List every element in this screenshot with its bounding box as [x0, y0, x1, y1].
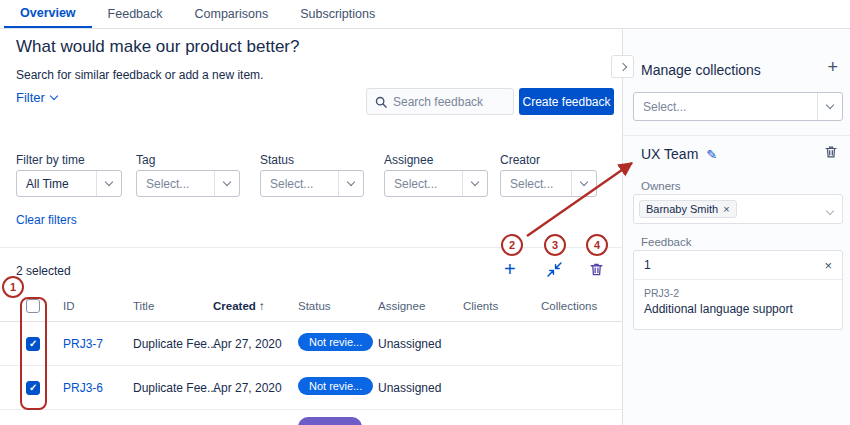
- remove-owner-icon[interactable]: ×: [723, 203, 729, 215]
- row-title: Duplicate Fee...: [133, 337, 217, 351]
- tab-overview[interactable]: Overview: [4, 0, 92, 28]
- delete-collection-button[interactable]: [824, 145, 838, 163]
- sort-ascending-icon: ↑: [259, 300, 265, 312]
- row-created: Apr 27, 2020: [213, 381, 282, 395]
- feedback-list-box: 1 × PRJ3-2 Additional language support: [633, 250, 843, 330]
- owner-chip-label: Barnaby Smith: [646, 203, 718, 215]
- col-title: Title: [133, 300, 154, 312]
- row-id-link[interactable]: PRJ3-6: [63, 381, 103, 395]
- row-assignee: Unassigned: [378, 381, 441, 395]
- search-feedback-box: [366, 88, 514, 115]
- status-pill[interactable]: Not revie...: [298, 333, 373, 351]
- search-input[interactable]: [393, 95, 503, 109]
- add-collection-button[interactable]: +: [827, 58, 838, 76]
- table-row: PRJ3-6 Duplicate Fee... Apr 27, 2020 Not…: [0, 366, 622, 410]
- filter-status-value: Select...: [261, 177, 338, 191]
- selected-count-label: 2 selected: [16, 264, 71, 278]
- status-pill[interactable]: Not revie...: [298, 377, 373, 395]
- tab-subscriptions[interactable]: Subscriptions: [284, 0, 391, 28]
- create-feedback-button[interactable]: Create feedback: [519, 88, 614, 115]
- chevron-down-icon: [462, 171, 487, 196]
- filter-assignee-value: Select...: [385, 177, 462, 191]
- col-clients: Clients: [463, 300, 498, 312]
- table-header: ID Title Created ↑ Status Assignee Clien…: [0, 291, 622, 322]
- filter-time-value: All Time: [17, 177, 96, 191]
- collection-select-value: Select...: [634, 100, 817, 114]
- tab-comparisons[interactable]: Comparisons: [179, 0, 285, 28]
- filter-assignee-label: Assignee: [384, 153, 433, 167]
- owner-chip[interactable]: Barnaby Smith ×: [639, 200, 737, 218]
- manage-collections-panel: Manage collections + Select... UX Team ✎…: [622, 29, 850, 425]
- filter-tag-label: Tag: [136, 153, 155, 167]
- filter-status-select[interactable]: Select...: [260, 170, 364, 197]
- add-to-collection-button[interactable]: +: [504, 260, 516, 278]
- trash-icon: [824, 145, 838, 159]
- edit-pencil-icon[interactable]: ✎: [706, 147, 717, 162]
- chevron-down-icon: [827, 200, 833, 218]
- filter-toggle-link[interactable]: Filter: [16, 90, 57, 105]
- feedback-filter-row[interactable]: 1 ×: [634, 251, 842, 280]
- row-id-link[interactable]: PRJ3-7: [63, 337, 103, 351]
- panel-collapse-button[interactable]: [611, 55, 634, 78]
- delete-selected-button[interactable]: [589, 262, 604, 280]
- col-created[interactable]: Created ↑: [213, 300, 265, 312]
- row-created: Apr 27, 2020: [213, 337, 282, 351]
- table-row: PRJ3-7 Duplicate Fee... Apr 27, 2020 Not…: [0, 322, 622, 366]
- collection-select[interactable]: Select...: [633, 92, 843, 121]
- row-assignee: Unassigned: [378, 337, 441, 351]
- col-status: Status: [298, 300, 331, 312]
- col-assignee: Assignee: [378, 300, 425, 312]
- merge-arrows-icon: [547, 262, 562, 277]
- filter-time-select[interactable]: All Time: [16, 170, 122, 197]
- col-created-label: Created: [213, 300, 256, 312]
- filter-toggle-label: Filter: [16, 90, 45, 105]
- filter-tag-value: Select...: [137, 177, 214, 191]
- collection-name: UX Team ✎: [641, 146, 717, 162]
- feedback-item-id: PRJ3-2: [644, 287, 832, 299]
- annotation-step-1: 1: [2, 276, 24, 298]
- trash-icon: [589, 262, 604, 277]
- page-title: What would make our product better?: [16, 37, 299, 57]
- panel-title: Manage collections: [641, 62, 761, 78]
- tab-feedback[interactable]: Feedback: [92, 0, 179, 28]
- row-title: Duplicate Fee...: [133, 381, 217, 395]
- owners-select[interactable]: Barnaby Smith ×: [633, 194, 843, 224]
- filter-time-label: Filter by time: [16, 153, 85, 167]
- chevron-down-icon: [214, 171, 239, 196]
- filter-tag-select[interactable]: Select...: [136, 170, 240, 197]
- chevron-down-icon: [96, 171, 121, 196]
- clear-feedback-filter-icon[interactable]: ×: [824, 258, 832, 273]
- feedback-list-item[interactable]: PRJ3-2 Additional language support: [634, 280, 842, 323]
- feedback-filter-value: 1: [644, 258, 651, 272]
- merge-feedback-button[interactable]: [547, 262, 562, 280]
- panel-divider: [623, 135, 850, 136]
- search-icon: [375, 96, 387, 108]
- clear-filters-link[interactable]: Clear filters: [16, 213, 77, 227]
- status-pill-partial: [298, 417, 362, 425]
- filter-status-label: Status: [260, 153, 294, 167]
- chevron-down-icon: [50, 92, 58, 100]
- app-window: Overview Feedback Comparisons Subscripti…: [0, 0, 850, 425]
- col-id: ID: [63, 300, 75, 312]
- annotation-highlight-rect: [20, 297, 47, 410]
- page-subtitle: Search for similar feedback or add a new…: [16, 68, 263, 82]
- top-tab-bar: Overview Feedback Comparisons Subscripti…: [0, 0, 850, 29]
- col-collections: Collections: [541, 300, 597, 312]
- chevron-down-icon: [338, 171, 363, 196]
- feedback-item-title: Additional language support: [644, 302, 832, 316]
- chevron-down-icon: [817, 93, 842, 120]
- annotation-arrow: [510, 150, 650, 250]
- filter-assignee-select[interactable]: Select...: [384, 170, 488, 197]
- chevron-right-icon: [618, 62, 626, 70]
